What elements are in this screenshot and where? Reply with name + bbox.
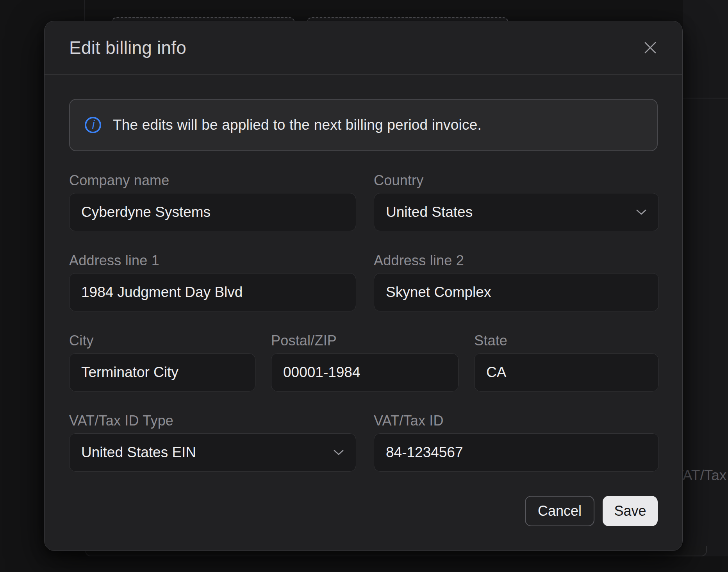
company-name-input[interactable] (69, 193, 356, 231)
postal-input[interactable] (271, 353, 459, 391)
company-name-label: Company name (69, 173, 356, 188)
info-banner-text: The edits will be applied to the next bi… (113, 117, 482, 133)
form-row-4: VAT/Tax ID Type United States EIN VAT/Ta… (69, 413, 658, 472)
city-field-group: City (69, 333, 255, 391)
dialog-header: Edit billing info (45, 21, 682, 74)
form-row-1: Company name Country United States (69, 173, 658, 231)
address1-label: Address line 1 (69, 253, 356, 268)
address1-field-group: Address line 1 (69, 253, 356, 311)
city-input[interactable] (69, 353, 255, 391)
background-sidebar-divider (84, 0, 85, 21)
vat-type-label: VAT/Tax ID Type (69, 413, 356, 429)
vat-type-select[interactable]: United States EIN (69, 433, 356, 472)
address2-label: Address line 2 (374, 253, 659, 268)
vat-id-label: VAT/Tax ID (374, 413, 659, 429)
edit-billing-info-dialog: Edit billing info i (44, 21, 683, 551)
address2-field-group: Address line 2 (374, 253, 659, 311)
country-field-group: Country United States (374, 173, 659, 231)
dialog-title: Edit billing info (69, 37, 186, 58)
postal-label: Postal/ZIP (271, 333, 459, 349)
background-right-divider (683, 98, 728, 98)
country-label: Country (374, 173, 659, 188)
chevron-down-icon (636, 209, 647, 216)
screen: VAT/Tax Edit billing info (0, 0, 728, 572)
state-input[interactable] (474, 353, 658, 391)
chevron-down-icon (333, 449, 344, 456)
vat-type-select-value: United States EIN (81, 444, 196, 461)
company-name-field-group: Company name (69, 173, 356, 231)
dialog-body: i The edits will be applied to the next … (45, 75, 682, 551)
state-field-group: State (474, 333, 658, 391)
vat-id-input[interactable] (374, 433, 659, 472)
info-banner: i The edits will be applied to the next … (69, 99, 658, 151)
city-label: City (69, 333, 255, 349)
form-row-3: City Postal/ZIP State (69, 333, 658, 391)
vat-id-field-group: VAT/Tax ID (374, 413, 659, 472)
address2-input[interactable] (374, 273, 659, 311)
close-button[interactable] (641, 38, 660, 57)
country-select-value: United States (386, 204, 473, 220)
save-button[interactable]: Save (603, 496, 658, 526)
dialog-footer: Cancel Save (69, 496, 658, 526)
svg-text:i: i (92, 118, 95, 132)
cancel-button[interactable]: Cancel (525, 496, 594, 526)
state-label: State (474, 333, 658, 349)
vat-type-field-group: VAT/Tax ID Type United States EIN (69, 413, 356, 472)
address1-input[interactable] (69, 273, 356, 311)
postal-field-group: Postal/ZIP (271, 333, 459, 391)
country-select[interactable]: United States (374, 193, 659, 231)
close-icon (643, 41, 657, 55)
form-row-2: Address line 1 Address line 2 (69, 253, 658, 311)
info-circle-icon: i (84, 116, 102, 134)
